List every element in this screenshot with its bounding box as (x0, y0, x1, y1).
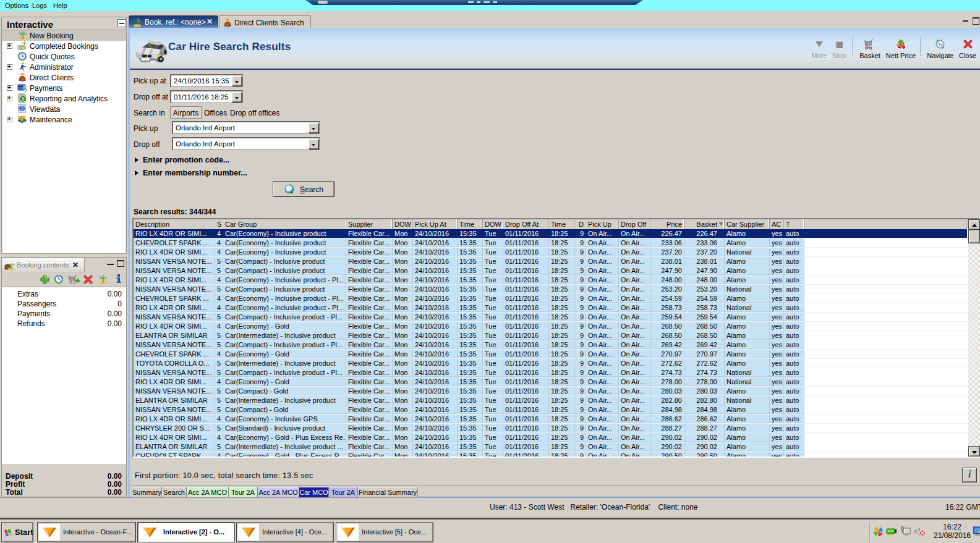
svg-text:$: $ (23, 85, 27, 93)
